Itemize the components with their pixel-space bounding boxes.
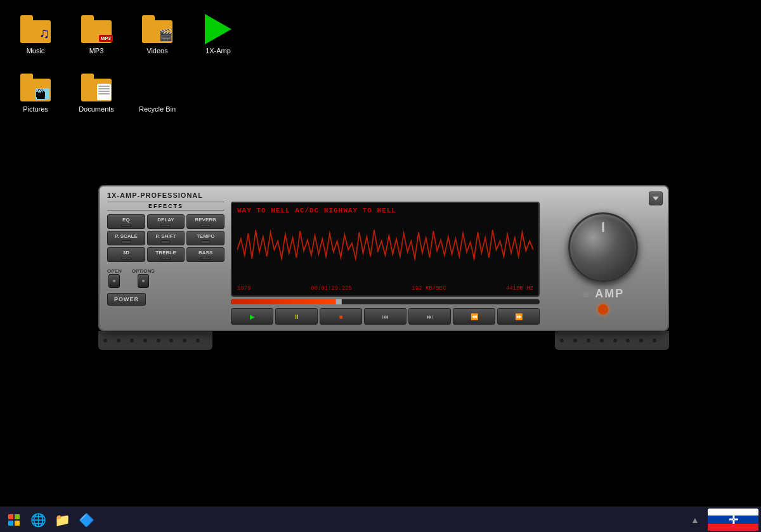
amp-title: 1X-AMP-PROFESSIONAL [107, 191, 203, 199]
desktop-icon-pictures[interactable]: 🏔 Pictures [10, 68, 61, 117]
start-button[interactable] [3, 509, 25, 531]
options-label: OPTIONS [132, 268, 155, 274]
power-indicator-light [598, 304, 608, 315]
rewind-button[interactable]: ⏪ [453, 308, 495, 325]
desktop-icon-recycle-bin[interactable]: ♻ Recycle Bin [132, 68, 183, 117]
open-label: OPEN [107, 268, 122, 274]
fx-pscale-button[interactable]: P. SCALE [107, 231, 145, 245]
effects-grid: EQ DELAY REVERB P. SCALE P. SHIFT TEMPO … [107, 214, 224, 262]
recycle-bin-label: Recycle Bin [139, 105, 176, 113]
flag-widget-slovakia[interactable]: ✛ [708, 509, 758, 531]
desktop-icon-documents[interactable]: Documents [71, 68, 122, 117]
pause-button[interactable]: ⏸ [275, 308, 318, 325]
lcd-screen: WAY TO HELL AC/DC HIGHWAY TO HELL 1979 0… [231, 202, 540, 297]
mp3-badge: MP3 [99, 35, 113, 42]
flag-red-stripe [708, 524, 758, 531]
prev-button[interactable]: ⏮ [364, 308, 407, 325]
progress-bar[interactable] [231, 299, 540, 304]
desktop-icon-music[interactable]: ♫ Music [10, 10, 61, 58]
fx-reverb-button[interactable]: REVERB [186, 214, 224, 229]
next-button[interactable]: ⏭ [408, 308, 451, 325]
desktop-icon-mp3[interactable]: MP3 MP3 [71, 10, 122, 58]
speaker-grill-left [98, 331, 212, 350]
explorer-button[interactable]: 📁 [51, 509, 74, 531]
pictures-label: Pictures [23, 105, 48, 113]
windows-logo-icon [8, 514, 20, 526]
fx-3d-button[interactable]: 3D [107, 247, 145, 262]
fx-treble-button[interactable]: TREBLE [147, 247, 185, 262]
open-knob[interactable] [108, 274, 120, 288]
fx-tempo-button[interactable]: TEMPO [186, 231, 224, 245]
progress-fill [231, 299, 339, 304]
flag-blue-stripe: ✛ [708, 516, 758, 523]
speaker-grills [98, 331, 669, 350]
play-button[interactable]: ▶ [231, 308, 273, 325]
volume-knob[interactable] [568, 212, 638, 282]
track-year: 1979 [237, 285, 251, 292]
fx-delay-button[interactable]: DELAY [147, 214, 185, 229]
fx-bass-button[interactable]: BASS [186, 247, 224, 262]
mp3-label: MP3 [89, 47, 104, 55]
documents-label: Documents [79, 105, 114, 113]
knob-marker [602, 222, 604, 232]
videos-label: Videos [146, 47, 167, 55]
power-button[interactable]: POWER [107, 293, 146, 306]
taskbar: 🌐 📁 🔷 ▲ ✛ [0, 507, 761, 532]
music-label: Music [27, 47, 45, 55]
ie-button[interactable]: 🔷 [75, 509, 98, 531]
track-frequency: 44100 HZ [506, 285, 533, 292]
recycle-bin-icon: ♻ [142, 72, 172, 103]
speaker-grill-right [555, 331, 669, 350]
edge-button[interactable]: 🌐 [27, 509, 49, 531]
transport-controls: ▶ ⏸ ■ ⏮ ⏭ ⏪ ⏩ [231, 308, 540, 325]
desktop-icon-videos[interactable]: 🎬 Videos [132, 10, 183, 58]
waveform-area [237, 217, 533, 283]
amp-logo: ⊕ AMP [582, 287, 624, 301]
1xamp-label: 1X-Amp [205, 47, 231, 55]
desktop: ♫ Music MP3 MP3 🎬 [0, 0, 761, 507]
track-bitrate: 192 KB/SEC [412, 285, 446, 292]
fastforward-button[interactable]: ⏩ [497, 308, 540, 325]
dropdown-arrow-icon [653, 197, 659, 200]
desktop-icon-1xamp[interactable]: 1X-Amp [193, 10, 244, 58]
video-badge: 🎬 [159, 28, 172, 42]
track-time: 00:01:29.225 [311, 285, 352, 292]
effects-label: EFFECTS [107, 202, 224, 211]
stop-button[interactable]: ■ [320, 308, 362, 325]
amp-right-panel: ⊕ AMP [546, 202, 660, 325]
options-knob[interactable] [138, 274, 149, 288]
fx-eq-button[interactable]: EQ [107, 214, 145, 229]
now-playing: WAY TO HELL AC/DC HIGHWAY TO HELL [237, 207, 533, 214]
fx-pshift-button[interactable]: P. SHIFT [147, 231, 185, 245]
amp-player: 1X-AMP-PROFESSIONAL EFFECTS EQ DELAY REV… [98, 185, 669, 344]
progress-handle[interactable] [335, 299, 342, 304]
scroll-up-button[interactable]: ▲ [684, 509, 706, 531]
